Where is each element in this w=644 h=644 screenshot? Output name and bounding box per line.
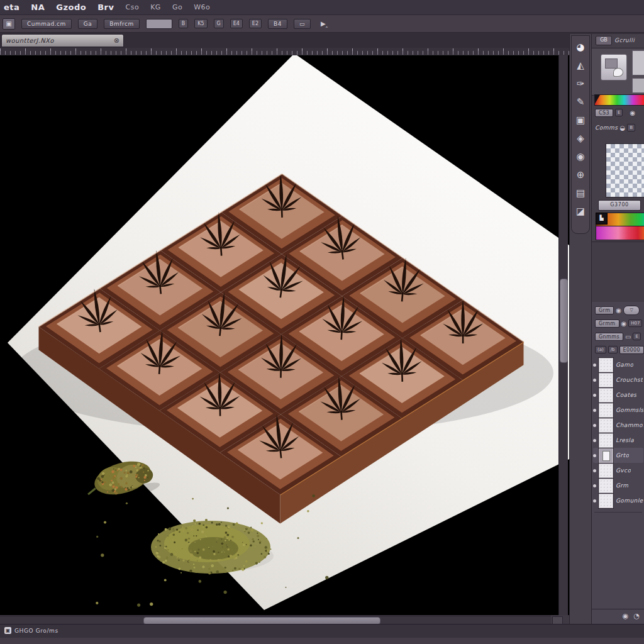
- gradient-preset-button[interactable]: G3700: [598, 200, 641, 211]
- layer-row-1[interactable]: Gamo: [593, 357, 643, 372]
- option-box-e2[interactable]: E2: [249, 19, 262, 28]
- color-mode-button[interactable]: CS3: [595, 109, 613, 117]
- workspace-dropdown[interactable]: ▶‸: [317, 20, 328, 27]
- menu-item-5[interactable]: Cso: [125, 3, 139, 11]
- blend-mode-button[interactable]: Grmm: [595, 319, 619, 328]
- opacity-row: Gnmms ▭ E: [592, 331, 644, 342]
- document-tab[interactable]: wountterJ.NXo ⊗: [1, 34, 124, 47]
- swatches-mini-box[interactable]: B: [627, 124, 635, 131]
- preset-slot-1[interactable]: [632, 50, 644, 75]
- preset-dropdown-button[interactable]: Cummad.cm: [21, 19, 72, 29]
- layer-visibility-eye-icon[interactable]: [593, 454, 596, 457]
- eye-icon[interactable]: ◉: [630, 109, 635, 116]
- option-box-e4[interactable]: E4: [230, 19, 243, 28]
- layer-visibility-eye-icon[interactable]: [593, 379, 596, 382]
- blend-value-box[interactable]: H07: [628, 319, 642, 327]
- color-mini-box[interactable]: E: [615, 109, 623, 116]
- layer-visibility-eye-icon[interactable]: [593, 499, 596, 502]
- layer-row-5[interactable]: Chammost: [593, 418, 643, 433]
- gradient-ramp-magenta[interactable]: [596, 226, 644, 240]
- shape-tool[interactable]: ◈: [573, 130, 588, 148]
- layer-row-3[interactable]: Coates: [593, 387, 643, 402]
- document-tab-bar: wountterJ.NXo ⊗: [0, 33, 644, 48]
- menu-item-8[interactable]: W6o: [194, 3, 210, 11]
- layer-row-4[interactable]: Gommsls: [593, 402, 643, 418]
- canvas-area[interactable]: [0, 55, 569, 615]
- marquee-tool[interactable]: ▣: [573, 111, 588, 130]
- layers-tab-row: Grm ◉ ▽: [592, 304, 644, 316]
- opacity-value-box[interactable]: E: [633, 333, 640, 340]
- lock-a-toggle[interactable]: (a): [595, 346, 606, 353]
- option-box-b[interactable]: B: [179, 19, 189, 28]
- clone-tool[interactable]: ◉: [573, 148, 588, 166]
- layer-thumbnail[interactable]: [599, 494, 613, 508]
- menu-item-2[interactable]: NA: [31, 3, 45, 12]
- half-circle-icon[interactable]: ◒: [620, 125, 626, 131]
- panel-title: Gcrulli: [614, 37, 635, 43]
- layer-visibility-eye-icon[interactable]: [593, 469, 596, 472]
- panel-toggle-button[interactable]: ▭: [294, 19, 311, 29]
- layer-thumbnail[interactable]: [599, 373, 613, 387]
- lock-b-toggle[interactable]: /b: [608, 346, 618, 353]
- menu-item-1[interactable]: eta: [4, 3, 19, 12]
- brush-options-button[interactable]: Bmfrcm: [104, 19, 139, 29]
- pen-tool[interactable]: ✎: [573, 93, 588, 111]
- layer-row-6[interactable]: Lresla: [593, 433, 643, 448]
- layer-visibility-eye-icon[interactable]: [593, 364, 596, 367]
- crop-tool[interactable]: ▤: [573, 184, 588, 203]
- layer-visibility-eye-icon[interactable]: [593, 409, 596, 412]
- blend-icon: ◉: [621, 320, 627, 327]
- layer-row-7[interactable]: Grto: [593, 448, 643, 463]
- menu-item-6[interactable]: KG: [150, 3, 161, 11]
- move-tool[interactable]: ◕: [573, 38, 588, 57]
- layer-row-9[interactable]: Grm: [593, 478, 643, 493]
- layer-visibility-eye-icon[interactable]: [593, 394, 596, 397]
- active-tool-icon: ▣: [3, 18, 15, 30]
- menu-item-4[interactable]: Brv: [97, 3, 114, 12]
- pattern-preview-icon[interactable]: [601, 54, 627, 80]
- canvas-image: [0, 55, 569, 615]
- panel-footer-icon-2[interactable]: ◔: [633, 612, 640, 620]
- layer-filter-dropdown[interactable]: ▽: [623, 306, 640, 315]
- layers-tab-icon: ◉: [616, 307, 621, 314]
- layer-visibility-eye-icon[interactable]: [593, 424, 596, 427]
- layer-thumbnail[interactable]: [599, 388, 613, 402]
- preset-slot-2[interactable]: [632, 78, 644, 93]
- hand-tool[interactable]: ◪: [573, 203, 588, 221]
- layer-thumbnail[interactable]: [599, 464, 613, 478]
- transparency-checkerboard-swatch[interactable]: [606, 143, 644, 197]
- option-box-k5[interactable]: K5: [194, 19, 207, 28]
- tab-close-icon[interactable]: ⊗: [114, 36, 119, 45]
- opacity-button[interactable]: Gnmms: [595, 333, 623, 341]
- layer-thumbnail[interactable]: [599, 358, 613, 372]
- layer-row-10[interactable]: Gomunles: [593, 493, 643, 508]
- menu-item-3[interactable]: Gzodo: [56, 3, 86, 12]
- layer-thumbnail[interactable]: [599, 403, 613, 418]
- menu-item-7[interactable]: Go: [172, 3, 182, 11]
- option-box-g[interactable]: G: [214, 19, 224, 28]
- brush-tool[interactable]: ✑: [573, 75, 588, 93]
- vertical-scrollbar-thumb[interactable]: [560, 279, 568, 363]
- layer-thumbnail[interactable]: [599, 433, 613, 448]
- panel-footer-icon-1[interactable]: ◉: [623, 612, 629, 620]
- value-field[interactable]: [146, 19, 172, 29]
- lock-value-box[interactable]: E0000: [619, 346, 644, 354]
- layer-row-2[interactable]: Crouchst: [593, 372, 643, 387]
- lasso-tool[interactable]: ◭: [573, 57, 588, 75]
- layer-visibility-eye-icon[interactable]: [593, 484, 596, 487]
- layer-thumbnail[interactable]: [599, 418, 613, 433]
- document-title: wountterJ.NXo: [6, 37, 114, 44]
- window-bottom-edge: [0, 638, 644, 644]
- toolbox: ◕◭✑✎▣◈◉⊕▤◪: [571, 35, 590, 234]
- spectrum-ramp[interactable]: [594, 94, 644, 106]
- eyedropper-tool[interactable]: ⊕: [573, 166, 588, 184]
- layer-thumbnail[interactable]: [599, 448, 613, 463]
- mode-button[interactable]: Ga: [78, 19, 98, 29]
- align-button[interactable]: B4: [268, 19, 287, 29]
- foreground-color-swatch[interactable]: ▙: [596, 213, 608, 225]
- status-text: GHGO Gro/ms: [14, 628, 58, 634]
- layer-row-8[interactable]: Gvco: [593, 463, 643, 478]
- layers-tab[interactable]: Grm: [595, 306, 614, 314]
- layer-visibility-eye-icon[interactable]: [593, 439, 596, 442]
- layer-thumbnail[interactable]: [599, 479, 613, 493]
